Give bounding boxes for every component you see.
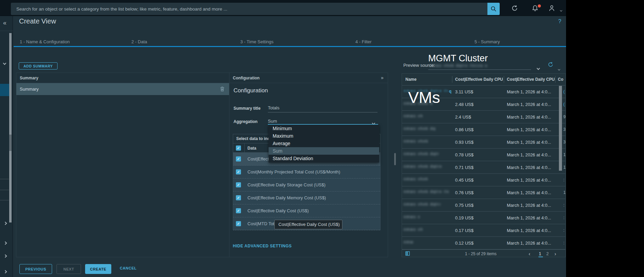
wizard-step-5[interactable]: 5 - Summary [474,39,500,44]
user-icon[interactable] [548,4,555,12]
checkbox-checked-icon[interactable]: ✓ [236,221,241,226]
redacted-name-cell[interactable]: nmws vhek dqtro ilxcza uvb [404,126,436,133]
clipped-cell-fragment: : [563,203,566,207]
tree-chevron-right-icon[interactable] [4,220,6,226]
cancel-button[interactable]: CANCEL [120,266,136,270]
create-button[interactable]: CREATE [85,264,111,274]
clipped-cell-fragment: : [563,215,566,220]
tree-chevron-right-icon[interactable] [4,240,6,246]
table-row[interactable]: nmws vhek dqtro ilxcza uvb0.86 US$March … [402,123,565,136]
column-divider[interactable] [504,76,504,83]
dropdown-option-sum[interactable]: Sum [269,147,379,155]
select-all-checkbox[interactable]: ✓ [236,145,241,151]
dropdown-option-standard-deviation[interactable]: Standard Deviation [269,155,379,162]
table-row[interactable]: nmws vhek dqtro ilxcza uvb2.4 US$March 1… [402,111,565,123]
table-row[interactable]: nmws vhek dqtro ilxcza uvb0.76 US$March … [402,186,565,199]
wizard-step-3[interactable]: 3 - Time Settings [240,39,274,44]
wizard-step-4[interactable]: 4 - Filter [355,39,372,44]
page-previous-icon[interactable]: ‹ [529,251,530,257]
cost-cell: 0.75 US$ [455,203,473,208]
current-page-underline [538,257,543,257]
redacted-name-cell[interactable]: nmws vhek dqtro ilxcza uvb [404,177,428,183]
data-row[interactable]: ✓Cost|Effective Daily Cost (US$) [233,204,380,217]
column-divider[interactable] [555,76,556,83]
wizard-step-1[interactable]: 1 - Name & Configuration [20,39,70,44]
col-cost-1[interactable]: Cost|Effective Daily CPU ... [455,77,503,82]
redacted-name-cell[interactable]: nmws vhek dqtro ilxcza uvb [404,139,429,145]
timestamp-cell: March 1, 2026 at 4:0... [507,228,551,233]
collapse-sidebar-icon[interactable]: « [3,19,6,27]
redacted-name-cell[interactable]: nmws vhek dqtro ilxcza uvb [404,164,443,170]
data-row-label: Cost|Monthly Projected Total Cost (US$/M… [247,169,340,174]
page-next-icon[interactable]: › [554,251,556,257]
column-picker-icon[interactable] [405,251,410,256]
data-row[interactable]: ✓Cost|Monthly Projected Total Cost (US$/… [233,166,380,179]
tree-chevron-right-icon[interactable] [4,252,6,259]
table-row[interactable]: nmws vhek dqtro ilxcza uvb0.12 US$March … [402,237,565,249]
table-row[interactable]: nmws vhek dqtro ilxcza uvb0.19 US$March … [402,212,565,224]
tree-chevron-right-icon[interactable] [4,268,6,274]
checkbox-checked-icon[interactable]: ✓ [236,195,241,200]
redacted-name-cell[interactable]: nmws vhek dqtro ilxcza uvb [404,240,414,246]
table-row[interactable]: nmws vhek dqtro ilxcza uvb0.17 US$March … [402,224,565,237]
sidebar-scrollbar-thumb[interactable] [9,135,12,151]
preview-source-value-redacted[interactable]: nmws vhek dqtro ilxcza u [430,63,488,70]
next-button-disabled[interactable]: NEXT [57,264,81,274]
checkbox-checked-icon[interactable]: ✓ [236,156,241,161]
table-row[interactable]: nmws vhek dqtro ilxcza uvb0.71 US$March … [402,161,565,174]
dropdown-option-maximum[interactable]: Maximum [269,132,379,140]
col-name[interactable]: Name [405,77,417,82]
sidebar-scrollbar[interactable] [9,33,12,222]
redacted-name-cell[interactable]: nmws vhek dqtro ilxcza uvb [404,114,422,120]
preview-source-chevron-down-icon[interactable] [537,65,540,71]
help-icon[interactable]: ? [558,18,561,25]
page-1[interactable]: 1 [539,251,541,256]
previous-button[interactable]: PREVIOUS [19,264,52,274]
clipped-cell-fragment: 1 [563,165,566,170]
wizard-progress-line [14,46,566,47]
redacted-name-cell[interactable]: nmws vhek dqtro ilxcza uvb [404,189,449,196]
search-button[interactable] [487,3,500,15]
add-summary-button[interactable]: ADD SUMMARY [19,62,58,70]
checkbox-checked-icon[interactable]: ✓ [236,182,241,187]
page-2[interactable]: 2 [546,251,549,256]
redacted-name-tail: q [449,89,451,94]
preview-refresh-chevron-down-icon[interactable] [558,65,560,72]
tree-chevron-down-icon[interactable] [3,60,6,66]
summary-title-input[interactable]: Totals [268,105,279,110]
redacted-name-cell[interactable]: nmws vhek dqtro ilxcza uvb [404,227,422,233]
redacted-name-cell[interactable]: nmws vhek dqtro ilxcza uvb [404,215,420,221]
col-cost-2[interactable]: Cost|Effective Daily CPU ... [507,77,554,82]
content-scrollbar-thumb[interactable] [394,153,396,165]
preview-refresh-icon[interactable] [547,61,554,68]
checkbox-checked-icon[interactable]: ✓ [236,169,241,174]
table-row[interactable]: nmws vhek dqtro ilxcza uvb0.45 US$March … [402,174,565,186]
table-row[interactable]: nmws vhek dqtro ilxcza uvb0.78 US$March … [402,149,565,161]
redacted-name-cell[interactable]: nmws vhek dqtro ilxcza uvb [404,152,439,158]
timestamp-cell: March 1, 2026 at 4:0... [507,165,551,170]
col-clipped[interactable]: Co [558,77,565,82]
aggregation-select[interactable]: Sum [268,119,277,124]
sidebar-divider [0,179,9,179]
dropdown-option-minimum[interactable]: Minimum [269,125,379,132]
data-row[interactable]: ✓Cost|Effective Daily Storage Cost (US$) [233,179,380,191]
refresh-icon[interactable] [511,4,518,12]
search-input[interactable] [11,3,487,15]
wizard-step-2[interactable]: 2 - Data [131,39,147,44]
hide-advanced-settings-link[interactable]: HIDE ADVANCED SETTINGS [233,244,292,248]
preview-scrollbar-thumb[interactable] [559,86,562,171]
panel-divider [229,73,229,257]
column-divider[interactable] [452,76,452,83]
user-menu-chevron-down-icon[interactable] [560,6,562,13]
table-row[interactable]: nmws vhek dqtro ilxcza uvb0.93 US$March … [402,136,565,149]
sidebar-selected-item[interactable] [0,84,9,96]
dropdown-option-average[interactable]: Average [269,140,379,147]
expand-panel-icon[interactable]: » [381,75,384,80]
checkbox-checked-icon[interactable]: ✓ [236,208,241,213]
summary-row-selected[interactable]: Summary [16,83,229,95]
redacted-name-cell[interactable]: nmws vhek dqtro ilxcza uvb [404,202,440,208]
data-row[interactable]: ✓Cost|Effective Daily Memory Cost (US$) [233,191,380,204]
delete-summary-trash-icon[interactable] [220,86,225,92]
table-row[interactable]: nmws vhek dqtro ilxcza uvb0.75 US$March … [402,199,565,212]
preview-source-underline [428,70,531,70]
